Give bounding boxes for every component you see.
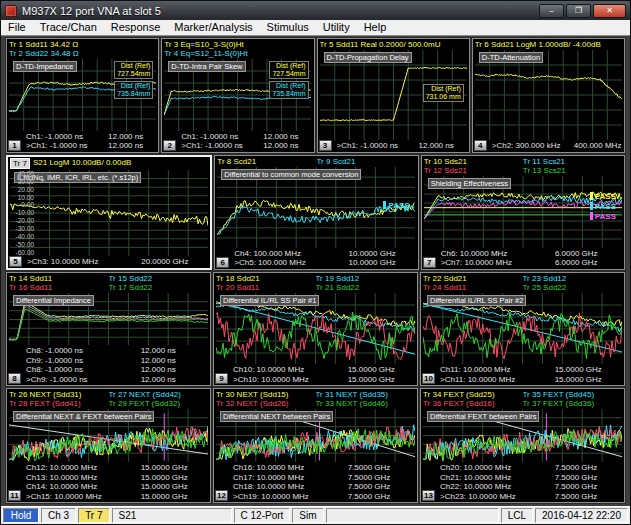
stimulus-range-area: >Ch1: -1.0000 ns12.000 ns [320,141,467,151]
channel-window-4[interactable]: Tr 6 Sdd21 LogM 1.000dB/ -4.00dBD-TD-Att… [472,38,625,153]
trace-title[interactable]: Tr 27 NEXT (Sdd42) [109,390,209,399]
menu-item-file[interactable]: File [1,20,33,35]
trace-title[interactable]: Tr 26 NEXT (Sdd31) [9,390,109,399]
trace-title[interactable]: Tr 19 Sdd12 [316,274,416,283]
window-row: Tr 14 Sdd11Tr 15 Sdd22Tr 16 Sdd11Tr 17 S… [6,272,625,387]
trace-title[interactable]: Tr 33 NEXT (Sdd46) [316,399,416,408]
trace-title[interactable]: Tr 15 Sdd22 [109,274,209,283]
trace-title[interactable]: Tr 5 Sdd11 Real 0.2000/ 500.0mU [320,40,467,49]
channel-window-11[interactable]: Tr 26 NEXT (Sdd31)Tr 27 NEXT (Sdd42)Tr 2… [6,388,211,503]
menu-item-stimulus[interactable]: Stimulus [260,20,316,35]
title-bar[interactable]: M937X 12 port VNA at slot 5 – ❐ ✕ [1,1,630,20]
menu-item-utility[interactable]: Utility [316,20,357,35]
trace-title[interactable]: Tr 37 FEXT (Sdd36) [523,399,623,408]
minimize-button[interactable]: – [539,4,564,18]
channel-window-13[interactable]: Tr 34 FEXT (Sdd25)Tr 35 FEXT (Sdd45)Tr 3… [420,388,625,503]
channel-window-6[interactable]: Tr 8 Scd21Tr 9 Scd21Differential to comm… [214,155,418,270]
trace-title[interactable]: S21 LogM 10.00dB/ 0.00dB [33,158,208,169]
trace-title[interactable]: Tr 17 Sdd22 [109,283,209,292]
trace-title[interactable]: Tr 22 Sdd21 [423,274,523,283]
trace-title[interactable]: Tr 10 Sds21 [424,157,523,166]
stimulus-range-line: Ch1: -1.0000 ns12.000 ns [26,132,156,142]
stimulus-range-line: >Ch9: -1.0000 ns12.000 ns [26,375,208,385]
stimulus-range-line: Ch17: 10.0000 MHz7.5000 GHz [233,473,415,483]
trace-title[interactable]: Tr 24 Sdd11 [423,283,523,292]
trace-title[interactable]: Tr 14 Sdd11 [9,274,109,283]
trace-title[interactable]: Tr 12 Sds21 [424,166,523,175]
trace-title-area: Tr 8 Scd21Tr 9 Scd21 [217,157,415,166]
status-bar: Hold Ch 3 Tr 7 S21 C 12-Port Sim LCL 201… [1,506,630,524]
distance-readout: Dist (Ref)731.06 mm [423,84,464,102]
trace-title[interactable]: Tr 9 Scd21 [317,157,416,166]
menu-item-trace-chan[interactable]: Trace/Chan [33,20,104,35]
trace-title-area: Tr 6 Sdd21 LogM 1.000dB/ -4.00dB [475,40,622,49]
channel-window-9[interactable]: Tr 18 Sdd21Tr 19 Sdd12Tr 20 Sdd11Tr 21 S… [213,272,418,387]
stimulus-range-line: >Ch1: -1.0000 ns12.000 ns [337,141,467,151]
trace-title-area: Tr 14 Sdd11Tr 15 Sdd22Tr 16 Sdd11Tr 17 S… [9,274,208,292]
trace-title[interactable]: Tr 32 NEXT (Sdd26) [216,399,316,408]
channel-window-12[interactable]: Tr 30 NEXT (Sdd15)Tr 31 NEXT (Sdd35)Tr 3… [213,388,418,503]
trace-title[interactable]: Tr 13 Scs21 [523,166,622,175]
trace-title[interactable]: Tr 20 Sdd11 [216,283,316,292]
simulation-indicator: Sim [292,508,323,523]
trace-title[interactable]: Tr 2 Sdd22 34.48 Ω [9,49,156,58]
stimulus-range-line: >Ch7: 10.0000 MHz6.0000 GHz [441,258,622,268]
trace-title-area: Tr 26 NEXT (Sdd31)Tr 27 NEXT (Sdd42)Tr 2… [9,390,208,408]
trace-title[interactable]: Tr 4 Eq=S12_11-S(0)Ht [164,49,311,58]
trace-title[interactable]: Tr 30 NEXT (Sdd15) [216,390,316,399]
window-number-badge: 1 [8,140,21,151]
trace-title[interactable]: Tr 1 Sdd11 34.42 Ω [9,40,156,49]
datetime-display: 2016-04-12 22:20 [535,508,628,523]
stimulus-range-area: Ch6: 10.0000 MHz6.0000 GHz>Ch7: 10.0000 … [424,249,622,268]
trace-title[interactable]: Tr 34 FEXT (Sdd25) [423,390,523,399]
trace-title-area: Tr 22 Sdd21Tr 23 Sdd12Tr 24 Sdd11Tr 25 S… [423,274,622,292]
trace-title[interactable]: Tr 6 Sdd21 LogM 1.000dB/ -4.00dB [475,40,622,49]
trace-title[interactable]: Tr 11 Scs21 [523,157,622,166]
stimulus-range-line: >Ch2: 300.000 kHz400.000 MHz [492,141,622,151]
trace-title[interactable]: Tr 21 Sdd22 [316,283,416,292]
stimulus-range-line: Ch16: 10.0000 MHz7.5000 GHz [233,463,415,473]
distance-readout: Dist (Ref)735.84mm [114,81,153,99]
trace-title[interactable]: Tr 36 FEXT (Sdd16) [423,399,523,408]
channel-window-5[interactable]: Tr 7S21 LogM 10.00dB/ 0.00dB40.0030.0020… [6,155,212,270]
menu-item-marker-analysis[interactable]: Marker/Analysis [167,20,259,35]
trace-title[interactable]: Tr 8 Scd21 [217,157,316,166]
trace-title[interactable]: Tr 28 FEXT (Sdd41) [9,399,109,408]
trace-title[interactable]: Tr 23 Sdd12 [523,274,623,283]
plot-area: D-TD-Intra Pair SkewDist (Ref)727.54mmDi… [164,59,311,131]
stimulus-range-line: >Ch1: -1.0000 ns12.000 ns [26,141,156,151]
channel-window-10[interactable]: Tr 22 Sdd21Tr 23 Sdd12Tr 24 Sdd11Tr 25 S… [420,272,625,387]
readout-boxes: Dist (Ref)731.06 mm [423,84,464,102]
trace-title[interactable]: Tr 16 Sdd11 [9,283,109,292]
trace-title[interactable]: Tr 25 Sdd22 [523,283,623,292]
trigger-state-indicator: Hold [3,508,39,523]
trace-title[interactable]: Tr 35 FEXT (Sdd45) [523,390,623,399]
distance-readout: Dist (Ref)735.84mm [269,81,308,99]
close-button[interactable]: ✕ [593,4,626,18]
plot-area: Differential IL/RL SS Pair #1 [216,293,415,365]
trace-title[interactable]: Tr 18 Sdd21 [216,274,316,283]
stimulus-range-line: >Ch5: 100.000 MHz10.0000 GHz [234,258,415,268]
trace-title[interactable]: Tr 7 [10,158,30,169]
limit-test-pass-indicator: PASS [590,212,616,221]
measurement-label: D-TD-Propagation Delay [324,52,412,63]
menu-item-response[interactable]: Response [104,20,168,35]
channel-window-8[interactable]: Tr 14 Sdd11Tr 15 Sdd22Tr 16 Sdd11Tr 17 S… [6,272,211,387]
trace-title[interactable]: Tr 29 FEXT (Sdd32) [109,399,209,408]
stimulus-range-line: Ch21: 10.0000 MHz7.5000 GHz [440,473,622,483]
trace-title-area: Tr 3 Eq=S10_3-S(0)HtTr 4 Eq=S12_11-S(0)H… [164,40,311,58]
limit-test-pass-indicator: PASS [590,202,616,211]
plot-area: Differential FEXT between Pairs [423,409,622,462]
plot-area: Differential NEXT between Pairs [216,409,415,462]
channel-window-3[interactable]: Tr 5 Sdd11 Real 0.2000/ 500.0mUD-TD-Prop… [317,38,470,153]
active-trace-indicator: Tr 7 [78,508,109,523]
trace-title[interactable]: Tr 3 Eq=S10_3-S(0)Ht [164,40,311,49]
stimulus-range-area: Ch8: -1.0000 ns12.000 nsCh9: -1.0000 ns1… [9,346,208,384]
channel-window-1[interactable]: Tr 1 Sdd11 34.42 ΩTr 2 Sdd22 34.48 ΩD-TD… [6,38,159,153]
menu-item-help[interactable]: Help [357,20,394,35]
trace-title[interactable]: Tr 31 NEXT (Sdd35) [316,390,416,399]
channel-window-2[interactable]: Tr 3 Eq=S10_3-S(0)HtTr 4 Eq=S12_11-S(0)H… [161,38,314,153]
channel-window-7[interactable]: Tr 10 Sds21Tr 11 Scs21Tr 12 Sds21Tr 13 S… [421,155,625,270]
active-channel-indicator: Ch 3 [41,508,76,523]
maximize-button[interactable]: ❐ [566,4,591,18]
